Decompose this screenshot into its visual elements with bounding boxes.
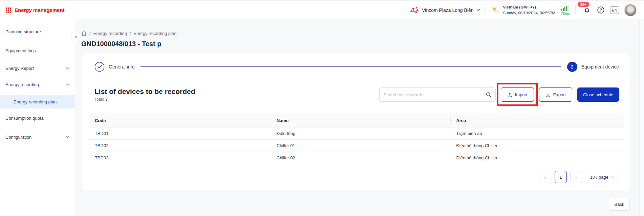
sidebar-item-planning-structure[interactable]: Planning structure bbox=[0, 22, 75, 41]
total-value: 3 bbox=[105, 97, 108, 102]
sidebar-item-label: Energy Report bbox=[5, 66, 34, 71]
locale-info: Vietnam (GMT +7) Sunday, 06/10/2024, 06:… bbox=[491, 4, 556, 15]
site-name: Vincom Plaza Long Biên bbox=[422, 7, 473, 13]
column-header-area: Area bbox=[451, 114, 624, 127]
app-logo: Energy management bbox=[5, 7, 65, 13]
cell-code: TBD01 bbox=[89, 127, 271, 140]
app-launcher-grid-icon[interactable] bbox=[5, 7, 12, 13]
sidebar-item-energy-report[interactable]: Energy Report bbox=[0, 60, 75, 76]
wizard-stepper: General info 2 Equipment device bbox=[94, 61, 619, 73]
cell-name: Chiller 01 bbox=[271, 140, 451, 152]
header-actions: Vincom Plaza Long Biên Vietnam bbox=[410, 4, 637, 16]
devices-toolbar: List of devices to be recorded Total: 3 bbox=[94, 86, 619, 103]
scrollbar-gutter bbox=[639, 19, 644, 216]
table-row: TBD01 Điện tổng Trạm biến áp bbox=[89, 127, 624, 140]
svg-text:?: ? bbox=[600, 8, 602, 13]
header-divider bbox=[575, 5, 576, 15]
total-count: Total: 3 bbox=[94, 97, 195, 102]
help-button[interactable]: ? bbox=[597, 6, 605, 14]
network-graph-icon bbox=[410, 7, 419, 14]
sidebar-item-label: Energy recording plan bbox=[14, 99, 57, 104]
column-header-name: Name bbox=[271, 114, 451, 127]
sidebar-nav: Planning structure Equipment logs Energy… bbox=[0, 19, 75, 216]
double-chevron-left-icon: « bbox=[74, 34, 77, 39]
import-button[interactable]: Import bbox=[501, 87, 534, 102]
timezone-label: Vietnam (GMT +7) bbox=[503, 4, 556, 10]
import-label: Import bbox=[515, 92, 528, 97]
chevron-left-icon: ‹ bbox=[544, 174, 546, 180]
total-label: Total: bbox=[94, 97, 104, 102]
content-card: General info 2 Equipment device List of … bbox=[82, 53, 630, 190]
search-box bbox=[379, 87, 496, 102]
page-size-selector[interactable]: 10 / page bbox=[586, 171, 619, 183]
search-input[interactable] bbox=[384, 92, 483, 97]
step-number: 2 bbox=[567, 62, 577, 72]
sidebar-item-label: Consumption quota bbox=[5, 116, 44, 121]
step-label: General info bbox=[109, 64, 134, 70]
back-button[interactable]: Back bbox=[609, 198, 630, 211]
notifications-button[interactable]: 20+ bbox=[583, 6, 591, 14]
step-equipment-device[interactable]: 2 Equipment device bbox=[567, 62, 619, 72]
datetime-label: Sunday, 06/10/2024, 06:55PM bbox=[503, 10, 556, 16]
cell-area: Trạm biến áp bbox=[451, 127, 624, 140]
pagination-page-1[interactable]: 1 bbox=[555, 171, 567, 183]
chevron-down-icon bbox=[66, 136, 69, 138]
sidebar-item-energy-recording[interactable]: Energy recording bbox=[0, 76, 75, 93]
stepper-connector bbox=[141, 66, 561, 67]
table-row: TBD03 Chiller 02 Điện hệ thống Chiller bbox=[89, 152, 624, 164]
sidebar-item-configuration[interactable]: Configuration bbox=[0, 127, 75, 146]
chevron-up-icon bbox=[66, 83, 69, 86]
chevron-right-icon: › bbox=[575, 174, 577, 180]
user-avatar[interactable] bbox=[624, 4, 637, 16]
chevron-down-icon bbox=[66, 67, 69, 70]
cell-area: Điện hệ thống Chiller bbox=[451, 140, 624, 152]
sidebar-item-label: Equipment logs bbox=[5, 48, 36, 53]
close-schedule-button[interactable]: Close schedule bbox=[577, 87, 619, 102]
chevron-down-icon bbox=[611, 176, 615, 178]
pagination-next-button[interactable]: › bbox=[570, 171, 582, 183]
signal-bars-icon bbox=[561, 5, 570, 11]
chevron-down-icon bbox=[476, 9, 480, 11]
breadcrumb-separator: / bbox=[89, 31, 91, 36]
search-icon[interactable] bbox=[486, 92, 491, 97]
sidebar-item-label: Planning structure bbox=[5, 29, 41, 34]
cell-name: Chiller 02 bbox=[271, 152, 451, 164]
site-selector[interactable]: Vincom Plaza Long Biên bbox=[410, 7, 480, 14]
section-title: List of devices to be recorded bbox=[94, 87, 195, 96]
home-icon[interactable] bbox=[81, 31, 87, 36]
export-button[interactable]: Export bbox=[539, 87, 573, 102]
page-size-value: 10 / page bbox=[590, 175, 608, 180]
breadcrumb-item-energy-recording-plan[interactable]: Energy recording plan bbox=[133, 31, 176, 36]
breadcrumb-separator: / bbox=[130, 31, 131, 36]
sidebar-item-equipment-logs[interactable]: Equipment logs bbox=[0, 41, 75, 60]
bell-icon bbox=[583, 6, 591, 14]
pagination-prev-button[interactable]: ‹ bbox=[539, 171, 551, 183]
cell-code: TBD03 bbox=[89, 152, 271, 164]
language-selector[interactable]: EN bbox=[610, 6, 619, 14]
sidebar-item-label: Configuration bbox=[5, 135, 31, 140]
pagination: ‹ 1 › 10 / page bbox=[94, 171, 619, 183]
devices-table: Code Name Area TBD01 Điện tổng Trạm biến… bbox=[89, 114, 624, 164]
column-header-code: Code bbox=[89, 114, 271, 127]
sidebar-item-consumption-quota[interactable]: Consumption quota bbox=[0, 109, 75, 127]
cell-name: Điện tổng bbox=[271, 127, 451, 140]
network-status: 76ms bbox=[561, 5, 570, 16]
cell-code: TBD02 bbox=[89, 140, 271, 152]
breadcrumb-item-energy-recording[interactable]: Energy recording bbox=[93, 31, 127, 36]
sidebar-item-energy-recording-plan[interactable]: Energy recording plan bbox=[0, 95, 75, 109]
page-title: GND1000048/013 - Test p bbox=[81, 40, 161, 48]
table-row: TBD02 Chiller 01 Điện hệ thống Chiller bbox=[89, 140, 624, 152]
weather-icon bbox=[491, 6, 500, 14]
latency-value: 76ms bbox=[561, 12, 570, 16]
cell-area: Điện hệ thống Chiller bbox=[451, 152, 624, 164]
upload-icon bbox=[507, 92, 512, 97]
app-title: Energy management bbox=[15, 7, 65, 13]
step-general-info[interactable]: General info bbox=[94, 62, 134, 72]
sidebar-item-label: Energy recording bbox=[5, 82, 39, 87]
table-header: Code Name Area bbox=[89, 114, 624, 127]
top-header: Energy management Vincom Plaza Long Biên bbox=[0, 0, 644, 19]
sidebar-collapse-button[interactable]: « bbox=[71, 32, 80, 41]
toolbar-controls: Import Export Close schedule bbox=[379, 87, 619, 102]
devices-heading: List of devices to be recorded Total: 3 bbox=[94, 87, 195, 102]
breadcrumb: / Energy recording / Energy recording pl… bbox=[81, 31, 176, 36]
